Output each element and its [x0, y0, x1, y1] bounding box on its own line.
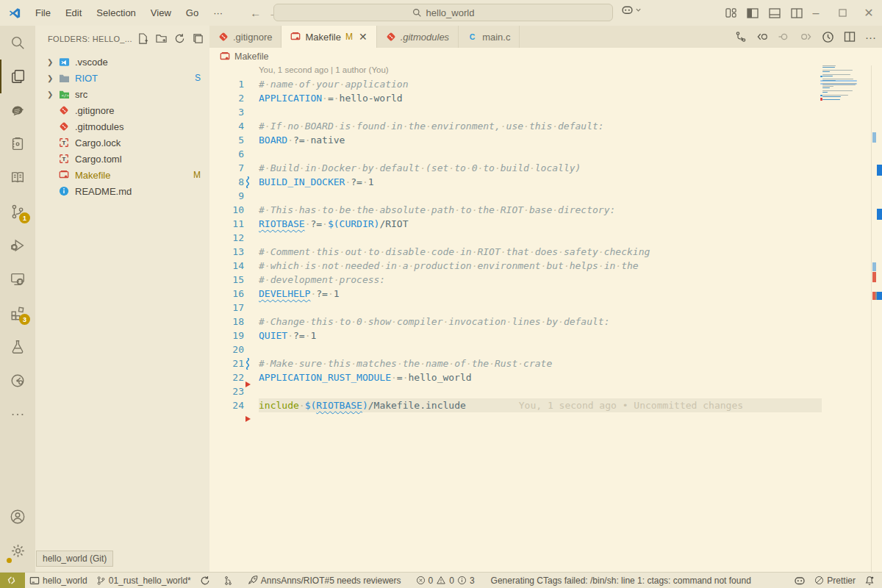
tree-item-readme.md[interactable]: README.md — [35, 183, 209, 199]
history-icon[interactable] — [0, 364, 35, 398]
toggle-sidebar-icon[interactable] — [747, 7, 759, 19]
overview-ruler[interactable] — [871, 65, 882, 572]
remote-indicator[interactable] — [0, 573, 25, 588]
code-line-17[interactable]: 17 — [209, 301, 882, 315]
toggle-panel-icon[interactable] — [769, 7, 781, 19]
source-control-graph-icon[interactable]: 1 — [0, 195, 35, 229]
split-editor-icon[interactable] — [844, 31, 856, 43]
copilot-status[interactable] — [789, 575, 810, 587]
tree-item-vscode[interactable]: ❯.vscode — [35, 54, 209, 70]
tree-item-gitignore[interactable]: .gitignore — [35, 102, 209, 118]
run-debug-icon[interactable] — [0, 229, 35, 262]
editor-more-icon[interactable]: ··· — [865, 31, 876, 43]
code-line-13[interactable]: 13#·Comment·this·out·to·disable·code·in·… — [209, 245, 882, 259]
breadcrumb[interactable]: Makefile — [209, 48, 882, 65]
code-line-21[interactable]: 21#·Make·sure·this·matches·the·name·of·t… — [209, 356, 882, 370]
code-line-19[interactable]: 19QUIET·?=·1 — [209, 329, 882, 343]
prettier-status[interactable]: Prettier — [810, 576, 860, 586]
code-line-4[interactable]: 4#·If·no·BOARD·is·found·in·the·environme… — [209, 119, 882, 133]
workspace-item[interactable]: hello_world — [25, 576, 92, 586]
chevron-right-icon[interactable]: ❯ — [47, 90, 59, 98]
minimize-button[interactable]: – — [803, 0, 829, 26]
collapse-all-icon[interactable] — [193, 33, 204, 44]
code-line-18[interactable]: 18#·Change·this·to·0·show·compiler·invoc… — [209, 315, 882, 329]
code-line-16[interactable]: 16DEVELHELP·?=·1 — [209, 287, 882, 301]
codelens-annotation[interactable]: You, 1 second ago | 1 author (You) — [259, 65, 882, 77]
code-line-15[interactable]: 15#·development·process: — [209, 273, 882, 287]
code-line-2[interactable]: 2APPLICATION·=·hello-world — [209, 91, 882, 105]
code-line-7[interactable]: 7#·Build·in·Docker·by·default·(set·to·0·… — [209, 161, 882, 175]
wokwi-icon[interactable] — [0, 93, 35, 127]
new-folder-icon[interactable] — [156, 33, 167, 44]
close-button[interactable]: ✕ — [856, 0, 882, 26]
code-line-23[interactable]: 23 — [209, 384, 882, 398]
menu-file[interactable]: File — [29, 4, 57, 21]
extensions-icon[interactable]: 3 — [0, 296, 35, 330]
pr-item[interactable]: AnnsAnns/RIOT#5 needs reviewers — [243, 576, 406, 586]
board-icon[interactable] — [0, 127, 35, 161]
more-icon[interactable] — [0, 398, 35, 431]
sync-item[interactable] — [196, 576, 215, 586]
explorer-icon[interactable] — [0, 60, 35, 93]
code-line-3[interactable]: 3 — [209, 105, 882, 119]
code-line-24[interactable]: 24include·$(RIOTBASE)/Makefile.includeYo… — [209, 398, 882, 412]
tab-gitignore[interactable]: .gitignore — [209, 26, 282, 48]
menu-go[interactable]: Go — [179, 4, 205, 21]
code-line-11[interactable]: 11RIOTBASE·?=·$(CURDIR)/RIOT — [209, 217, 882, 231]
code-line-5[interactable]: 5BOARD·?=·native — [209, 133, 882, 147]
code-line-14[interactable]: 14#·which·is·not·needed·in·a·production·… — [209, 259, 882, 273]
test-beaker-icon[interactable] — [0, 330, 35, 364]
tree-item-src[interactable]: ❯</>src — [35, 86, 209, 102]
customize-layout-icon[interactable] — [725, 7, 736, 18]
tab-gitmodules[interactable]: .gitmodules — [377, 26, 459, 48]
folder-file-icon — [59, 74, 75, 83]
code-line-20[interactable]: 20 — [209, 343, 882, 356]
copilot-menu[interactable] — [621, 4, 642, 16]
code-line-9[interactable]: 9 — [209, 189, 882, 203]
menu-edit[interactable]: Edit — [59, 4, 88, 21]
code-line-8[interactable]: 8BUILD_IN_DOCKER·?=·1 — [209, 175, 882, 189]
graph-item[interactable] — [219, 576, 237, 586]
change-icon[interactable] — [778, 31, 790, 43]
ctags-message[interactable]: Generating CTags failed: /bin/sh: line 1… — [487, 576, 756, 586]
code-line-6[interactable]: 6 — [209, 147, 882, 161]
code-line-1[interactable]: 1#·name·of·your·application — [209, 77, 882, 91]
tree-item-makefile[interactable]: MakefileM — [35, 167, 209, 183]
command-center-search[interactable]: hello_world — [273, 4, 613, 21]
problems-item[interactable]: 0 0 3 — [412, 576, 479, 586]
gutter-spacer — [244, 119, 259, 133]
account-icon[interactable] — [0, 500, 35, 534]
settings-gear-icon[interactable] — [0, 534, 35, 567]
tab-makefile[interactable]: MakefileM✕ — [282, 26, 376, 48]
code-line-10[interactable]: 10#·This·has·to·be·the·absolute·path·to·… — [209, 203, 882, 217]
close-tab-icon[interactable]: ✕ — [359, 31, 368, 43]
maximize-button[interactable] — [829, 0, 856, 26]
next-change-icon[interactable] — [800, 31, 812, 43]
new-file-icon[interactable] — [137, 33, 148, 44]
remote-explorer-icon[interactable] — [0, 262, 35, 296]
nav-back-icon[interactable]: ← — [250, 7, 261, 19]
notifications-bell[interactable] — [860, 576, 879, 586]
refresh-icon[interactable] — [174, 33, 185, 44]
tab-main.c[interactable]: Cmain.c — [459, 26, 520, 48]
gitlens-compare-icon[interactable] — [735, 31, 747, 43]
code-line-12[interactable]: 12 — [209, 231, 882, 245]
menu-view[interactable]: View — [144, 4, 178, 21]
menu-more-icon[interactable]: ··· — [207, 4, 229, 21]
previous-change-icon[interactable] — [756, 31, 769, 43]
book-icon[interactable] — [0, 161, 35, 195]
minimap[interactable] — [820, 65, 857, 102]
code-editor[interactable]: You, 1 second ago | 1 author (You) 1#·na… — [209, 65, 882, 572]
tree-item-gitmodules[interactable]: .gitmodules — [35, 118, 209, 135]
branch-item[interactable]: 01_rust_hello_world* — [92, 576, 196, 586]
tree-item-cargo.toml[interactable]: TCargo.toml — [35, 151, 209, 167]
chevron-right-icon[interactable]: ❯ — [47, 74, 59, 82]
file-history-icon[interactable] — [822, 31, 834, 43]
toggle-secondary-sidebar-icon[interactable] — [791, 7, 803, 19]
search-icon[interactable] — [0, 26, 35, 60]
menu-selection[interactable]: Selection — [90, 4, 142, 21]
chevron-right-icon[interactable]: ❯ — [47, 58, 59, 66]
tree-item-cargo.lock[interactable]: TCargo.lock — [35, 135, 209, 151]
code-line-22[interactable]: 22APPLICATION_RUST_MODULE·=·hello_world — [209, 370, 882, 384]
tree-item-riot[interactable]: ❯RIOTS — [35, 70, 209, 86]
